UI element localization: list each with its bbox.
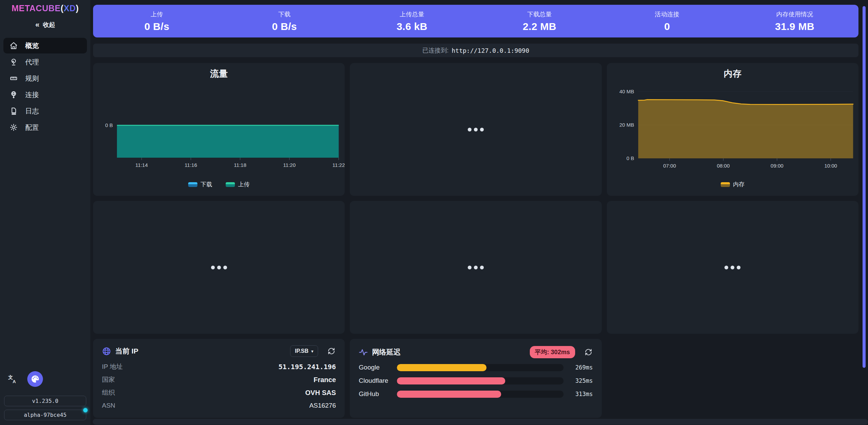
sidebar-item-rules[interactable]: 规则 <box>3 70 87 86</box>
traffic-chart-title: 流量 <box>93 68 345 80</box>
traffic-chart: 0 B11:1411:1611:1811:2011:22 <box>93 82 345 173</box>
ip-provider-dropdown[interactable]: IP.SB ▾ <box>290 345 318 357</box>
collapse-sidebar-button[interactable]: « 收起 <box>30 19 60 31</box>
stat-label: 下载 <box>221 10 348 18</box>
svg-text:20 MB: 20 MB <box>619 122 634 128</box>
latency-bar-fill <box>397 364 487 371</box>
ui-version-badge: alpha-97bce45 <box>4 410 86 420</box>
home-icon <box>10 42 18 50</box>
current-ip-title: 当前 IP <box>115 346 138 356</box>
stat-value: 3.6 kB <box>348 21 476 32</box>
loading-panel <box>350 63 601 196</box>
sidebar-item-overview[interactable]: 概览 <box>3 38 87 53</box>
chevrons-left-icon: « <box>35 21 39 29</box>
legend-item[interactable]: 内存 <box>721 180 745 188</box>
update-indicator-dot <box>83 408 88 412</box>
dashboard-grid: 流量 0 B11:1411:1611:1811:2011:22 下载上传 内存 … <box>93 63 858 418</box>
svg-text:11:18: 11:18 <box>234 162 246 168</box>
sidebar-item-label: 概览 <box>25 41 39 50</box>
collapse-label: 收起 <box>43 21 55 29</box>
sidebar-item-connections[interactable]: 连接 <box>3 87 87 103</box>
connections-icon <box>10 91 18 99</box>
traffic-chart-card: 流量 0 B11:1411:1611:1811:2011:22 下载上传 <box>93 63 345 196</box>
stat-label: 活动连接 <box>603 10 731 18</box>
latency-bar-fill <box>397 377 505 384</box>
svg-text:11:14: 11:14 <box>135 162 148 168</box>
app-root: METACUBE(XD) « 收起 概览 代理 规则 连接 <box>0 0 868 425</box>
svg-text:0 B: 0 B <box>626 155 634 161</box>
sidebar-menu: 概览 代理 规则 连接 日志 配置 <box>0 38 90 135</box>
latency-bar-track <box>397 391 563 398</box>
latency-site-label: Cloudflare <box>359 377 397 384</box>
legend-item[interactable]: 上传 <box>226 180 250 188</box>
stat-value: 0 B/s <box>221 21 348 32</box>
theme-palette-button[interactable] <box>27 371 43 387</box>
svg-text:0 B: 0 B <box>105 122 113 128</box>
stat-active-connections: 活动连接 0 <box>603 10 731 32</box>
language-switch-button[interactable]: 文 A <box>7 373 18 385</box>
sidebar: METACUBE(XD) « 收起 概览 代理 规则 连接 <box>0 0 90 425</box>
loading-panel <box>93 201 345 334</box>
stat-label: 上传 <box>93 10 221 18</box>
memory-chart-legend: 内存 <box>607 173 858 196</box>
legend-label: 上传 <box>238 180 250 188</box>
ip-provider-label: IP.SB <box>295 348 309 354</box>
asn-value: AS16276 <box>309 402 336 409</box>
proxies-icon <box>10 58 18 66</box>
sidebar-item-logs[interactable]: 日志 <box>3 103 87 119</box>
legend-label: 内存 <box>733 180 745 188</box>
logo-paren-open: ( <box>61 3 64 13</box>
legend-swatch <box>188 182 197 187</box>
loading-panel <box>350 201 601 334</box>
refresh-icon <box>585 348 592 356</box>
latency-value: 269ms <box>564 364 593 371</box>
latency-value: 325ms <box>564 377 593 384</box>
sidebar-item-config[interactable]: 配置 <box>3 120 87 135</box>
translate-icon: 文 A <box>8 374 18 384</box>
refresh-ip-button[interactable] <box>327 347 336 356</box>
horizontal-scrollbar-thumb[interactable] <box>93 419 868 425</box>
svg-text:11:20: 11:20 <box>283 162 296 168</box>
vertical-scrollbar-thumb[interactable] <box>863 6 866 368</box>
latency-bar-fill <box>397 391 501 398</box>
memory-chart-card: 内存 0 B20 MB40 MB07:0008:0009:0010:00 内存 <box>607 63 858 196</box>
legend-swatch <box>721 182 730 187</box>
rules-icon <box>10 74 18 82</box>
stat-value: 0 <box>603 21 731 32</box>
network-latency-card: 网络延迟 平均: 302ms Google 269ms Cloudflare <box>350 339 601 418</box>
ip-address-row: IP 地址 51.195.241.196 <box>102 360 336 373</box>
stats-bar: 上传 0 B/s 下载 0 B/s 上传总量 3.6 kB 下载总量 2.2 M… <box>93 5 858 37</box>
refresh-latency-button[interactable] <box>584 348 593 357</box>
latency-row-cloudflare: Cloudflare 325ms <box>359 377 593 384</box>
palette-icon <box>30 374 40 384</box>
latency-value: 313ms <box>564 391 593 397</box>
legend-item[interactable]: 下载 <box>188 180 212 188</box>
core-version-badge: v1.235.0 <box>4 396 86 406</box>
current-ip-card: 当前 IP IP.SB ▾ IP 地址 51.195.241.196 <box>93 339 345 418</box>
stat-label: 下载总量 <box>476 10 603 18</box>
latency-bar-track <box>397 377 563 384</box>
svg-text:11:22: 11:22 <box>332 162 345 168</box>
latency-row-github: GitHub 313ms <box>359 390 593 398</box>
main-content: 上传 0 B/s 下载 0 B/s 上传总量 3.6 kB 下载总量 2.2 M… <box>90 0 868 425</box>
sidebar-item-proxies[interactable]: 代理 <box>3 54 87 70</box>
legend-swatch <box>226 182 235 187</box>
memory-chart-title: 内存 <box>607 68 858 80</box>
connected-to-label: 已连接到: <box>422 46 449 54</box>
memory-chart: 0 B20 MB40 MB07:0008:0009:0010:00 <box>607 82 858 173</box>
sidebar-item-label: 日志 <box>25 107 39 116</box>
connection-status-bar: 已连接到: http://127.0.0.1:9090 <box>93 44 858 57</box>
stat-download-total: 下载总量 2.2 MB <box>476 10 603 32</box>
country-value: France <box>314 376 336 384</box>
legend-label: 下载 <box>200 180 212 188</box>
average-latency-badge: 平均: 302ms <box>530 346 575 358</box>
stat-value: 31.9 MB <box>731 21 858 32</box>
logo-paren-close: ) <box>76 3 79 13</box>
sidebar-item-label: 连接 <box>25 90 39 99</box>
svg-text:10:00: 10:00 <box>824 163 837 169</box>
loading-dots <box>211 266 227 269</box>
stat-label: 上传总量 <box>348 10 476 18</box>
svg-text:07:00: 07:00 <box>663 163 676 169</box>
ip-row-label: 国家 <box>102 375 115 384</box>
ip-row-label: 组织 <box>102 388 115 397</box>
